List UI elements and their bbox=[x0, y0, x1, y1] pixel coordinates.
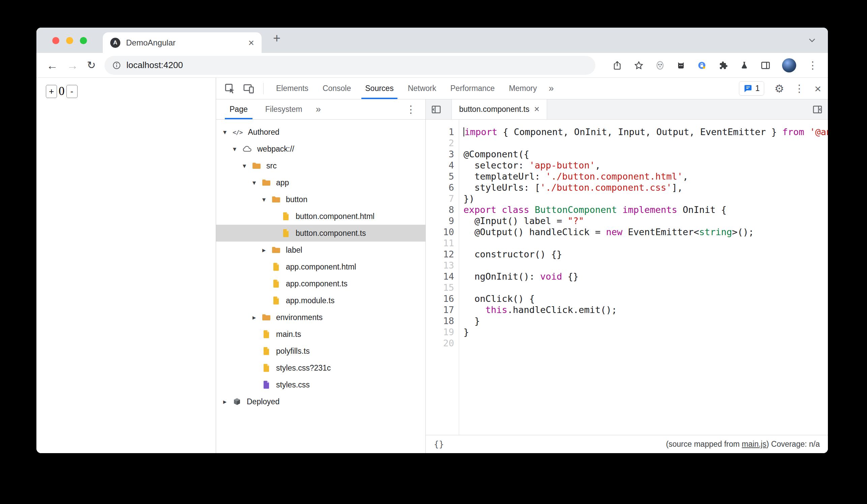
line-number[interactable]: 8 bbox=[426, 204, 454, 215]
editor-tab-close-icon[interactable]: × bbox=[534, 105, 539, 114]
line-number[interactable]: 6 bbox=[426, 182, 454, 193]
extension-mask-icon[interactable] bbox=[655, 61, 665, 70]
profile-avatar[interactable] bbox=[782, 58, 796, 73]
line-number[interactable]: 17 bbox=[426, 304, 454, 315]
tree-item-label[interactable]: ▸label bbox=[216, 242, 425, 259]
expand-arrow-icon[interactable]: ▾ bbox=[243, 162, 252, 170]
tree-item-src[interactable]: ▾src bbox=[216, 157, 425, 174]
collapse-arrow-icon[interactable]: ▸ bbox=[223, 397, 233, 406]
pretty-print-button[interactable]: {} bbox=[434, 439, 444, 449]
tab-close-icon[interactable]: × bbox=[248, 38, 254, 48]
devtools-settings-icon[interactable]: ⚙ bbox=[774, 83, 784, 94]
tree-item-styles.css-231c[interactable]: styles.css?231c bbox=[216, 360, 425, 376]
line-number[interactable]: 18 bbox=[426, 315, 454, 327]
tree-item-app.module.ts[interactable]: app.module.ts bbox=[216, 292, 425, 309]
tree-item-app.component.ts[interactable]: app.component.ts bbox=[216, 275, 425, 292]
line-number[interactable]: 15 bbox=[426, 282, 454, 293]
line-number[interactable]: 5 bbox=[426, 171, 454, 182]
devtools-tab-elements[interactable]: Elements bbox=[269, 78, 315, 99]
back-button[interactable]: ← bbox=[46, 59, 58, 71]
line-number[interactable]: 1 bbox=[426, 126, 454, 138]
tree-item-main.ts[interactable]: main.ts bbox=[216, 326, 425, 343]
collapse-arrow-icon[interactable]: ▸ bbox=[253, 313, 262, 321]
tab-strip: A DemoAngular × + bbox=[36, 28, 828, 53]
devtools-tab-console[interactable]: Console bbox=[315, 78, 358, 99]
line-number[interactable]: 16 bbox=[426, 293, 454, 304]
line-number[interactable]: 20 bbox=[426, 338, 454, 349]
line-number[interactable]: 13 bbox=[426, 260, 454, 271]
devtools-tab-performance[interactable]: Performance bbox=[443, 78, 502, 99]
navigator-menu-icon[interactable]: ⋮ bbox=[406, 105, 421, 114]
tree-item-app.component.html[interactable]: app.component.html bbox=[216, 259, 425, 275]
devtools-tab-network[interactable]: Network bbox=[401, 78, 443, 99]
code-line bbox=[463, 260, 828, 271]
tree-item-authored[interactable]: ▾</>Authored bbox=[216, 124, 425, 141]
line-number[interactable]: 10 bbox=[426, 227, 454, 238]
tree-item-polyfills.ts[interactable]: polyfills.ts bbox=[216, 343, 425, 360]
devtools-menu-icon[interactable]: ⋮ bbox=[794, 84, 804, 94]
hide-navigator-icon[interactable] bbox=[431, 105, 441, 114]
minimize-window-button[interactable] bbox=[66, 37, 73, 44]
devtools-close-icon[interactable]: × bbox=[814, 83, 821, 94]
extension-dark-icon[interactable] bbox=[676, 61, 686, 70]
line-number[interactable]: 3 bbox=[426, 149, 454, 160]
source-map-link[interactable]: main.js bbox=[742, 440, 767, 448]
site-info-icon[interactable] bbox=[112, 61, 121, 70]
inspect-element-icon[interactable] bbox=[224, 83, 236, 94]
line-number[interactable]: 19 bbox=[426, 327, 454, 338]
tree-item-deployed[interactable]: ▸Deployed bbox=[216, 393, 425, 410]
show-sidebar-icon[interactable] bbox=[812, 105, 823, 114]
devtools-tab-memory[interactable]: Memory bbox=[502, 78, 544, 99]
tree-item-styles.css[interactable]: styles.css bbox=[216, 376, 425, 393]
line-number[interactable]: 4 bbox=[426, 160, 454, 171]
navigator-more-tabs-icon[interactable]: » bbox=[311, 105, 325, 114]
issues-counter[interactable]: 1 bbox=[739, 81, 764, 96]
expand-arrow-icon[interactable]: ▾ bbox=[233, 145, 242, 153]
navigator-tab-filesystem[interactable]: Filesystem bbox=[257, 99, 311, 119]
share-icon[interactable] bbox=[612, 60, 622, 70]
tree-item-button[interactable]: ▾button bbox=[216, 191, 425, 208]
tree-item-button.component.ts[interactable]: button.component.ts bbox=[216, 225, 425, 242]
side-panel-icon[interactable] bbox=[760, 60, 771, 70]
source-code[interactable]: import { Component, OnInit, Input, Outpu… bbox=[459, 120, 828, 435]
code-line: @Input() label = "?" bbox=[463, 215, 828, 227]
tree-item-environments[interactable]: ▸environments bbox=[216, 309, 425, 326]
line-number[interactable]: 2 bbox=[426, 138, 454, 149]
forward-button[interactable]: → bbox=[67, 59, 78, 71]
zoom-window-button[interactable] bbox=[80, 37, 87, 44]
tree-item-button.component.html[interactable]: button.component.html bbox=[216, 208, 425, 225]
line-number[interactable]: 7 bbox=[426, 193, 454, 204]
tab-search-chevron-icon[interactable] bbox=[809, 38, 816, 43]
tree-item-webpack-[interactable]: ▾webpack:// bbox=[216, 141, 425, 157]
line-number[interactable]: 11 bbox=[426, 238, 454, 249]
tree-item-app[interactable]: ▾app bbox=[216, 174, 425, 191]
increment-button[interactable]: + bbox=[46, 85, 57, 98]
close-window-button[interactable] bbox=[52, 37, 59, 44]
devtools-tab-sources[interactable]: Sources bbox=[358, 78, 400, 99]
line-number-gutter[interactable]: 1234567891011121314151617181920 bbox=[426, 120, 459, 435]
editor-tab-button-component-ts[interactable]: button.component.ts × bbox=[451, 99, 547, 119]
tree-item-label: app.component.html bbox=[286, 262, 356, 272]
line-number[interactable]: 9 bbox=[426, 215, 454, 227]
browser-menu-icon[interactable]: ⋮ bbox=[808, 60, 818, 70]
expand-arrow-icon[interactable]: ▾ bbox=[262, 195, 272, 204]
css-file-icon bbox=[262, 380, 271, 389]
new-tab-button[interactable]: + bbox=[273, 31, 280, 45]
decrement-button[interactable]: - bbox=[66, 85, 77, 98]
labs-flask-icon[interactable] bbox=[740, 61, 749, 70]
device-toolbar-icon[interactable] bbox=[243, 83, 255, 94]
expand-arrow-icon[interactable]: ▾ bbox=[223, 128, 233, 136]
navigator-tab-page[interactable]: Page bbox=[221, 99, 257, 119]
code-line: }) bbox=[463, 193, 828, 204]
extensions-puzzle-icon[interactable] bbox=[718, 60, 728, 70]
bookmark-star-icon[interactable] bbox=[634, 60, 644, 70]
extension-lock-icon[interactable] bbox=[697, 61, 707, 70]
line-number[interactable]: 14 bbox=[426, 271, 454, 282]
expand-arrow-icon[interactable]: ▾ bbox=[253, 178, 262, 187]
more-tabs-icon[interactable]: » bbox=[544, 84, 558, 93]
collapse-arrow-icon[interactable]: ▸ bbox=[262, 246, 272, 254]
browser-tab-demoangular[interactable]: A DemoAngular × bbox=[103, 32, 261, 53]
reload-button[interactable]: ↻ bbox=[87, 60, 96, 70]
line-number[interactable]: 12 bbox=[426, 249, 454, 260]
address-bar[interactable]: localhost:4200 bbox=[105, 56, 595, 75]
